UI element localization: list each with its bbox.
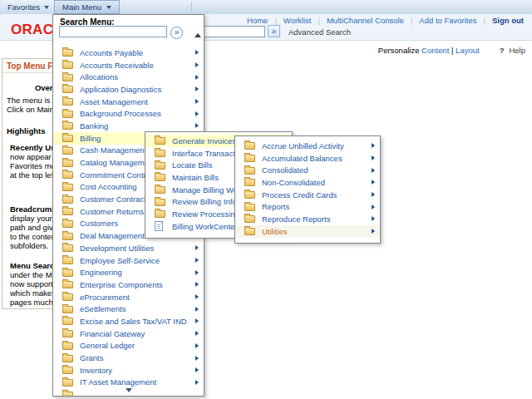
menu-item-label: Application Diagnostics (80, 85, 192, 94)
help-icon[interactable]: ? (500, 46, 505, 55)
header-links: Home|Worklist|MultiChannel Console|Add t… (247, 16, 524, 25)
menu-item[interactable]: Excise and Sales Tax/VAT IND (53, 315, 204, 328)
folder-icon (62, 196, 73, 204)
favorites-label: Favorites (7, 2, 40, 12)
menu-item[interactable]: Application Diagnostics (53, 83, 204, 96)
menu-item-label: Banking (80, 121, 192, 131)
menu-item-label: Process Credit Cards (262, 190, 368, 200)
menu-item[interactable]: Reproduce Reports (235, 213, 380, 225)
menu-item[interactable]: Inventory (53, 364, 204, 377)
folder-icon (244, 215, 255, 223)
menu-item[interactable]: Accounts Receivable (53, 59, 204, 71)
menu-item-label: Development Utilities (80, 244, 192, 253)
advanced-search-link[interactable]: Advanced Search (288, 27, 351, 37)
link-separator: | (318, 16, 319, 25)
menu-item[interactable]: Process Credit Cards (235, 189, 380, 201)
header-link[interactable]: MultiChannel Console (327, 16, 404, 25)
menu-item[interactable]: eProcurement (53, 291, 204, 303)
header-link[interactable]: Home (247, 16, 268, 25)
menu-search-input[interactable] (59, 26, 167, 37)
menu-item[interactable]: Background Processes (53, 107, 204, 120)
submenu-arrow-icon (372, 155, 375, 160)
submenu-arrow-icon (195, 318, 199, 323)
link-separator: | (484, 16, 485, 25)
folder-icon (62, 160, 73, 167)
menu-item[interactable]: Grants (53, 352, 204, 364)
menu-item-label: Excise and Sales Tax/VAT IND (80, 317, 192, 326)
folder-icon (244, 142, 255, 150)
submenu-arrow-icon (195, 270, 199, 275)
folder-icon (244, 167, 255, 175)
folder-icon (62, 111, 73, 118)
menu-item[interactable]: Utilities (235, 225, 380, 238)
menu-item[interactable]: Consolidated (235, 164, 380, 176)
folder-icon (62, 281, 73, 288)
menu-item-label: Financial Gateway (80, 329, 192, 338)
menu-item[interactable]: General Ledger (53, 340, 204, 352)
sign-out-link[interactable]: Sign out (492, 16, 524, 25)
favorites-menu-tab[interactable]: Favorites (7, 2, 49, 12)
main-menu-tab[interactable]: Main Menu (54, 0, 120, 14)
menu-item[interactable]: Banking (53, 120, 204, 132)
menu-item[interactable]: Engineering (53, 266, 204, 278)
menu-item[interactable]: Allocations (53, 71, 204, 83)
menu-item-label: Accrue Unbilled Activity (262, 141, 368, 150)
top-tab-bar: Favorites Main Menu (0, 0, 532, 15)
submenu-arrow-icon (195, 245, 199, 250)
menu-item-label: Employee Self-Service (80, 256, 192, 265)
menu-item[interactable]: Accrue Unbilled Activity (235, 140, 380, 152)
submenu-arrow-icon (195, 343, 199, 348)
submenu-arrow-icon (195, 331, 199, 336)
folder-icon (244, 179, 255, 186)
menu-item[interactable]: Development Utilities (53, 242, 204, 254)
menu-item[interactable]: Financial Gateway (53, 328, 204, 340)
submenu-arrow-icon (195, 50, 199, 55)
menu-item[interactable]: Accumulated Balances (235, 152, 380, 165)
menu-item-label: Reproduce Reports (262, 214, 368, 224)
global-search-input[interactable] (197, 26, 265, 37)
personalize-layout-link[interactable]: Layout (456, 46, 480, 55)
header-link[interactable]: Add to Favorites (419, 16, 476, 25)
tab-separator (191, 2, 192, 12)
scroll-up-icon[interactable] (195, 33, 201, 37)
menu-item-label: Accounts Payable (80, 48, 192, 57)
help-link[interactable]: Help (509, 46, 525, 55)
folder-icon (62, 74, 73, 81)
submenu-arrow-icon (372, 204, 375, 209)
folder-icon (155, 174, 165, 181)
folder-icon (62, 98, 73, 106)
submenu-arrow-icon (195, 75, 199, 80)
menu-item-label: Accumulated Balances (262, 154, 368, 163)
menu-item[interactable]: Non-Consolidated (235, 176, 380, 189)
folder-icon (62, 379, 73, 387)
scroll-down-icon[interactable] (126, 388, 132, 392)
submenu-arrow-icon (195, 307, 199, 312)
chevron-down-icon (44, 6, 49, 9)
menu-item-label: Enterprise Components (80, 280, 192, 289)
menu-item[interactable]: Reports (235, 200, 380, 213)
folder-icon (62, 49, 73, 57)
folder-icon (62, 318, 73, 325)
global-search-go-button[interactable]: » (268, 25, 280, 37)
menu-item[interactable]: Enterprise Components (53, 278, 204, 291)
menu-search-go-button[interactable]: » (170, 27, 183, 39)
folder-icon (244, 204, 255, 211)
folder-icon (62, 122, 73, 130)
menu-item-label: Accounts Receivable (80, 61, 192, 70)
generate-invoices-submenu: Accrue Unbilled ActivityAccumulated Bala… (234, 135, 381, 244)
folder-icon (62, 135, 73, 142)
menu-item[interactable]: eSettlements (53, 303, 204, 315)
menu-item[interactable]: Accounts Payable (53, 47, 204, 59)
page-icon (155, 221, 163, 231)
personalize-content-link[interactable]: Content (421, 46, 449, 55)
menu-item-label: IT Asset Management (80, 377, 192, 387)
header-link[interactable]: Worklist (283, 16, 312, 25)
menu-item-label: Engineering (80, 268, 192, 277)
submenu-arrow-icon (195, 367, 199, 372)
folder-icon (62, 208, 73, 215)
menu-item[interactable]: Asset Management (53, 96, 204, 108)
folder-icon (62, 184, 73, 191)
menu-item[interactable]: Employee Self-Service (53, 254, 204, 267)
folder-icon (62, 293, 73, 301)
submenu-arrow-icon (195, 62, 199, 67)
